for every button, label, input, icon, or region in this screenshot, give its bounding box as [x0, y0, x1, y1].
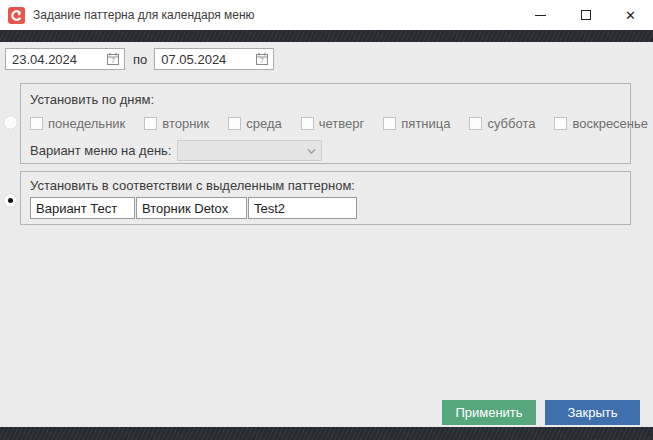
menu-variant-label: Вариант меню на день: [30, 143, 171, 158]
svg-text:7: 7 [260, 57, 264, 64]
day-item-friday: пятница [383, 116, 450, 131]
dialog-body: 7 по 7 Устано [0, 42, 653, 427]
group-by-days-title: Установить по дням: [30, 92, 621, 107]
chevron-down-icon [307, 147, 316, 155]
maximize-button[interactable] [563, 0, 608, 30]
close-button[interactable]: ✕ [608, 0, 653, 30]
day-item-tuesday: вторник [144, 116, 209, 131]
bottom-dark-strip [0, 427, 653, 440]
checkbox-saturday[interactable] [469, 117, 482, 130]
close-icon: ✕ [625, 9, 636, 22]
checkbox-thursday[interactable] [301, 117, 314, 130]
window-controls: ✕ [518, 0, 653, 30]
minimize-icon [535, 15, 546, 16]
checkbox-friday[interactable] [383, 117, 396, 130]
close-dialog-button[interactable]: Закрыть [545, 400, 640, 425]
maximize-icon [581, 10, 591, 20]
minimize-button[interactable] [518, 0, 563, 30]
day-item-thursday: четверг [301, 116, 365, 131]
apply-button[interactable]: Применить [442, 400, 536, 425]
checkbox-tuesday-label: вторник [162, 116, 209, 131]
days-checkbox-row: понедельник вторник среда четверг пятниц… [30, 116, 621, 131]
checkbox-thursday-label: четверг [319, 116, 365, 131]
app-icon [8, 7, 25, 24]
window-title: Задание паттерна для календаря меню [33, 8, 255, 22]
group-by-days: Установить по дням: понедельник вторник … [20, 83, 631, 164]
dialog-window: Задание паттерна для календаря меню ✕ 7 [0, 0, 653, 440]
day-item-saturday: суббота [469, 116, 535, 131]
top-dark-strip [0, 30, 653, 42]
svg-text:7: 7 [111, 57, 115, 64]
radio-selected-dot [8, 198, 13, 203]
checkbox-saturday-label: суббота [487, 116, 535, 131]
group-by-pattern-title: Установить в соответствии с выделенным п… [30, 178, 621, 193]
checkbox-sunday[interactable] [554, 117, 567, 130]
calendar-icon[interactable]: 7 [106, 52, 120, 66]
c-logo-icon [10, 9, 23, 22]
radio-by-pattern[interactable] [4, 194, 17, 207]
pattern-input-2[interactable] [136, 197, 247, 219]
pattern-input-1[interactable] [30, 197, 135, 219]
date-separator-label: по [133, 52, 147, 67]
pattern-input-3[interactable] [248, 197, 357, 219]
date-from-field[interactable]: 7 [5, 48, 125, 70]
day-item-wednesday: среда [228, 116, 282, 131]
date-range-row: 7 по 7 [5, 48, 274, 70]
checkbox-wednesday[interactable] [228, 117, 241, 130]
day-item-monday: понедельник [30, 116, 125, 131]
date-to-field[interactable]: 7 [154, 48, 274, 70]
calendar-icon[interactable]: 7 [255, 52, 269, 66]
date-to-input[interactable] [155, 52, 247, 67]
menu-variant-row: Вариант меню на день: [30, 140, 621, 161]
checkbox-friday-label: пятница [401, 116, 450, 131]
checkbox-sunday-label: воскресенье [572, 116, 648, 131]
pattern-inputs-row [30, 197, 621, 219]
checkbox-wednesday-label: среда [246, 116, 282, 131]
date-from-input[interactable] [6, 52, 98, 67]
checkbox-tuesday[interactable] [144, 117, 157, 130]
menu-variant-select[interactable] [177, 140, 322, 161]
group-by-pattern: Установить в соответствии с выделенным п… [20, 171, 631, 225]
checkbox-monday[interactable] [30, 117, 43, 130]
day-item-sunday: воскресенье [554, 116, 648, 131]
radio-by-days[interactable] [4, 116, 17, 129]
titlebar: Задание паттерна для календаря меню ✕ [0, 0, 653, 30]
checkbox-monday-label: понедельник [48, 116, 125, 131]
